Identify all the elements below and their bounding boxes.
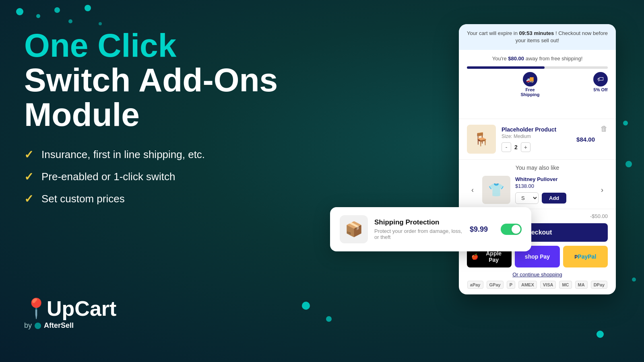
upsell-section: You may also like ‹ 👕 Whitney Pullover $… [459,160,616,209]
delete-product-icon[interactable]: 🗑 [601,125,608,133]
protection-icon: 📦 [340,215,368,243]
shipping-amount: $80.00 [508,56,524,62]
check-icon-1: ✓ [24,148,33,161]
cart-widget: Your cart will expire in 09:53 minutes !… [459,24,616,294]
logo-area: 📍 Up Cart by AfterSell [24,296,116,330]
paypal-icon-small: P [507,281,515,289]
protection-card: 📦 Shipping Protection Protect your order… [330,207,531,251]
mastercard-icon: MC [559,281,572,289]
protection-desc: Protect your order from damage, loss, or… [374,228,463,240]
progress-icon-row: 🚚 FreeShipping 🏷 5% Off [467,72,608,97]
qty-increase-button[interactable]: + [521,142,530,152]
ship-icon: 🚚 [523,72,537,86]
right-panel: Your cart will expire in 09:53 minutes !… [459,24,620,294]
feature-text-3: Set custom prices [41,193,125,205]
protection-title: Shipping Protection [374,218,463,226]
upsell-card: 👕 Whitney Pullover $138.00 S M L XL Add [482,176,592,204]
payment-icons-row: aPay GPay P AMEX VISA MC MA DPay [467,281,608,289]
ship-milestone: 🚚 FreeShipping [520,72,539,97]
logo-cart: Cart [74,296,116,321]
qty-decrease-button[interactable]: - [502,142,511,152]
product-price: $84.00 [576,136,595,143]
apple-icon: 🍎 [471,253,478,260]
logo-pin-icon: 📍 [24,297,48,320]
check-icon-3: ✓ [24,192,33,206]
feature-item-2: ✓ Pre-enabled or 1-click switch [24,170,326,183]
paypal-button[interactable]: PPayPal [563,246,608,267]
feature-text-2: Pre-enabled or 1-click switch [41,171,175,183]
tag-milestone: 🏷 5% Off [593,72,608,97]
tag-icon: 🏷 [593,72,608,86]
shipping-bar-section: You're $80.00 away from free shipping! 🚚… [459,50,616,119]
upsell-title: You may also like [467,165,608,171]
upsell-carousel: ‹ 👕 Whitney Pullover $138.00 S M L XL [467,176,608,204]
product-size: Size: Medium [502,134,571,139]
size-select[interactable]: S M L XL [515,192,539,204]
upsell-add-button[interactable]: Add [542,193,566,204]
tag-label: 5% Off [594,87,608,92]
aftersell-name: AfterSell [44,321,74,330]
carousel-next-button[interactable]: › [597,184,608,195]
feature-list: ✓ Insurance, first in line shipping, etc… [24,148,326,206]
upsell-product-price: $138.00 [515,183,592,189]
diners-pay-icon: DPay [591,281,608,289]
left-panel: One Click Switch Add-Ons Module ✓ Insura… [24,28,326,214]
progress-fill [467,66,545,69]
google-pay-icon: GPay [487,281,504,289]
protection-price: $9.99 [470,225,488,234]
product-row: 🪑 Placeholder Product Size: Medium - 2 +… [459,119,616,160]
apple-pay-icon: aPay [467,281,483,289]
by-text: by [24,321,32,330]
timer-countdown: 09:53 minutes [519,30,554,36]
headline-line2: Switch Add-Ons Module [24,63,326,132]
product-qty: - 2 + [502,142,571,152]
product-name: Placeholder Product [502,126,571,133]
progress-wrapper: 🚚 FreeShipping 🏷 5% Off [467,66,608,113]
upsell-info: Whitney Pullover $138.00 S M L XL Add [515,176,592,204]
headline-line1: One Click [24,28,326,63]
maestro-icon: MA [575,281,588,289]
product-image: 🪑 [467,125,496,154]
product-info: Placeholder Product Size: Medium - 2 + [502,126,571,152]
progress-track [467,66,608,69]
feature-item-3: ✓ Set custom prices [24,192,326,206]
logo-text: 📍 Up Cart [24,296,116,321]
timer-bar: Your cart will expire in 09:53 minutes !… [459,24,616,50]
discount-amount: -$50.00 [590,213,608,219]
upsell-image: 👕 [482,176,510,204]
amex-icon: AMEX [518,281,537,289]
upsell-controls: S M L XL Add [515,192,592,204]
svg-point-0 [35,323,41,329]
continue-shopping-link[interactable]: Or continue shopping [467,272,608,278]
logo-by: by AfterSell [24,321,116,330]
visa-icon: VISA [540,281,556,289]
upsell-product-name: Whitney Pullover [515,176,592,182]
feature-text-1: Insurance, first in line shipping, etc. [41,148,205,161]
check-icon-2: ✓ [24,170,33,183]
aftersell-logo-icon [34,322,41,329]
shipping-text: You're $80.00 away from free shipping! [467,56,608,62]
qty-value: 2 [514,144,518,150]
timer-prefix: Your cart will expire in [467,30,519,36]
protection-info: Shipping Protection Protect your order f… [374,218,463,240]
ship-label: FreeShipping [520,87,539,97]
protection-toggle[interactable] [501,224,522,235]
logo-up: Up [47,296,74,321]
carousel-prev-button[interactable]: ‹ [467,184,478,195]
toggle-knob [512,225,520,234]
feature-item-1: ✓ Insurance, first in line shipping, etc… [24,148,326,161]
